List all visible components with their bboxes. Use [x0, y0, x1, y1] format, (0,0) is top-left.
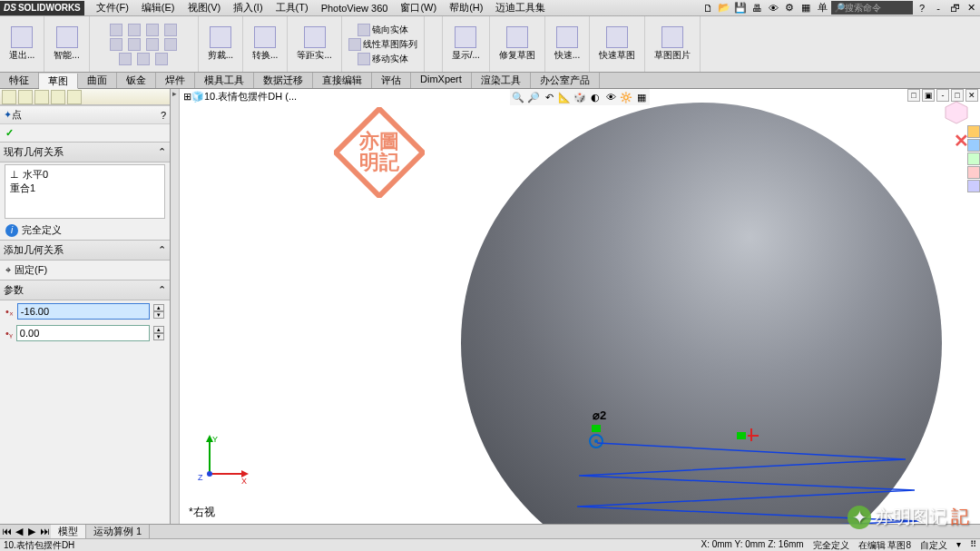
palette-lib-icon[interactable]: [967, 139, 980, 152]
quick-button[interactable]: 快速...: [551, 25, 583, 63]
polygon-tool[interactable]: [118, 52, 132, 66]
chev-icon[interactable]: ⌃: [158, 146, 166, 158]
tab-model[interactable]: 模型: [51, 525, 86, 538]
arc-tool[interactable]: [145, 23, 160, 37]
menu-insert[interactable]: 插入(I): [227, 1, 269, 15]
tab-data[interactable]: 数据迁移: [254, 73, 313, 88]
smart-dim-button[interactable]: 智能...: [50, 25, 83, 63]
close-icon[interactable]: ✕: [964, 1, 978, 15]
graphics-canvas[interactable]: ⊞ 🧊 10.表情包摆件DH (... 🔍 🔎 ↶ 📐 🎲 ◐ 👁 🔆 ▦ □ …: [180, 89, 980, 524]
menu-help[interactable]: 帮助(H): [443, 1, 489, 15]
addin-icon[interactable]: ▦: [799, 1, 813, 15]
pm-tab3-icon[interactable]: [34, 90, 49, 104]
display-button[interactable]: 显示/...: [448, 25, 484, 63]
repair-button[interactable]: 修复草图: [495, 25, 539, 63]
divider[interactable]: ▸: [171, 89, 180, 524]
section-icon[interactable]: 📐: [557, 90, 572, 104]
fillet-tool[interactable]: [154, 52, 169, 66]
prev-view-icon[interactable]: ↶: [542, 90, 556, 104]
command-search[interactable]: 🔎 搜索命令: [831, 1, 913, 15]
pm-tab4-icon[interactable]: [51, 90, 65, 104]
view-triad[interactable]: Y X Z: [196, 433, 250, 487]
tab-surface[interactable]: 曲面: [78, 73, 117, 88]
new-icon[interactable]: 🗋: [701, 1, 715, 15]
param-x-input[interactable]: [17, 303, 150, 320]
tab-mold[interactable]: 模具工具: [195, 73, 254, 88]
zoom-area-icon[interactable]: 🔎: [526, 90, 541, 104]
palette-home-icon[interactable]: [967, 125, 980, 138]
save-icon[interactable]: 💾: [733, 1, 748, 15]
menu-view[interactable]: 视图(V): [181, 1, 228, 15]
restore-icon[interactable]: 🗗: [947, 1, 962, 15]
grid-icon[interactable]: 单: [815, 1, 829, 15]
pin-icon[interactable]: ?: [161, 110, 166, 121]
point-tool[interactable]: [127, 37, 142, 52]
palette-prop-icon[interactable]: [967, 180, 980, 192]
menu-photoview[interactable]: PhotoView 360: [315, 3, 395, 14]
collapse-arrow-icon[interactable]: ▸: [171, 89, 179, 102]
tab-office[interactable]: 办公室产品: [531, 73, 600, 88]
tab-dimxpert[interactable]: DimXpert: [411, 73, 472, 88]
display-style-icon[interactable]: ◐: [588, 90, 603, 104]
param-x-spinner[interactable]: ▴▾: [153, 304, 164, 319]
status-custom[interactable]: 自定义: [920, 539, 947, 552]
convert-button[interactable]: 转换...: [249, 25, 281, 63]
rect-tool[interactable]: [163, 23, 178, 37]
trim-button[interactable]: 剪裁...: [204, 25, 237, 63]
help-icon[interactable]: ?: [915, 1, 929, 15]
menu-maidi[interactable]: 迈迪工具集: [489, 1, 552, 15]
pm-tab5-icon[interactable]: [67, 90, 82, 104]
menu-edit[interactable]: 编辑(E): [135, 1, 181, 15]
view-cube[interactable]: [944, 100, 969, 125]
exit-sketch-button[interactable]: 退出...: [5, 25, 38, 63]
hide-show-icon[interactable]: 👁: [603, 90, 618, 104]
palette-appear-icon[interactable]: [967, 166, 980, 179]
tab-first-icon[interactable]: ⏮: [0, 526, 13, 537]
line-tool[interactable]: [109, 23, 123, 37]
menu-window[interactable]: 窗口(W): [394, 1, 443, 15]
mirror-button[interactable]: 镜向实体: [357, 23, 409, 37]
picture-button[interactable]: 草图图片: [651, 25, 694, 63]
confirm-button[interactable]: ✓: [0, 124, 170, 142]
tab-feature[interactable]: 特征: [0, 73, 39, 88]
menu-file[interactable]: 文件(F): [90, 1, 135, 15]
palette-view-icon[interactable]: [967, 153, 980, 165]
tab-sketch[interactable]: 草图: [39, 74, 78, 89]
chev-icon[interactable]: ⌃: [158, 284, 166, 296]
tab-eval[interactable]: 评估: [372, 73, 411, 88]
tab-prev-icon[interactable]: ◀: [13, 526, 25, 537]
rebuild-icon[interactable]: 👁: [766, 1, 780, 15]
text-tool[interactable]: [163, 37, 178, 52]
relation-list[interactable]: ⊥水平0 重合1: [5, 164, 165, 219]
spline-tool[interactable]: [109, 37, 123, 52]
offset-button[interactable]: 等距实...: [293, 25, 335, 63]
options-icon[interactable]: ⚙: [782, 1, 797, 15]
appearance-icon[interactable]: 🔆: [619, 90, 633, 104]
tree-toggle-icon[interactable]: ⊞: [183, 91, 191, 103]
tab-next-icon[interactable]: ▶: [25, 526, 38, 537]
slot-tool[interactable]: [145, 37, 160, 52]
menu-tools[interactable]: 工具(T): [270, 1, 315, 15]
minimize-icon[interactable]: -: [931, 1, 946, 15]
tab-sheetmetal[interactable]: 钣金: [117, 73, 156, 88]
tab-motion[interactable]: 运动算例 1: [86, 525, 150, 538]
tab-last-icon[interactable]: ⏭: [38, 526, 51, 537]
linear-pattern-button[interactable]: 线性草图阵列: [348, 37, 418, 52]
print-icon[interactable]: 🖶: [750, 1, 764, 15]
move-button[interactable]: 移动实体: [357, 52, 409, 66]
scene-icon[interactable]: ▦: [634, 90, 649, 104]
pane-1-icon[interactable]: □: [907, 89, 920, 102]
fix-row[interactable]: ⌖ 固定(F): [0, 261, 170, 280]
ellipse-tool[interactable]: [136, 52, 151, 66]
tab-render[interactable]: 渲染工具: [472, 73, 531, 88]
chev-icon[interactable]: ⌃: [158, 244, 166, 256]
view-orient-icon[interactable]: 🎲: [573, 90, 587, 104]
pane-2-icon[interactable]: ▣: [922, 89, 935, 102]
param-y-spinner[interactable]: ▴▾: [153, 326, 164, 340]
pm-tab1-icon[interactable]: [2, 90, 16, 104]
zoom-fit-icon[interactable]: 🔍: [511, 90, 525, 104]
snap-button[interactable]: 快速草图: [595, 25, 639, 63]
circle-tool[interactable]: [127, 23, 142, 37]
status-unit-icon[interactable]: ▾: [956, 539, 961, 552]
param-y-input[interactable]: [16, 325, 150, 341]
